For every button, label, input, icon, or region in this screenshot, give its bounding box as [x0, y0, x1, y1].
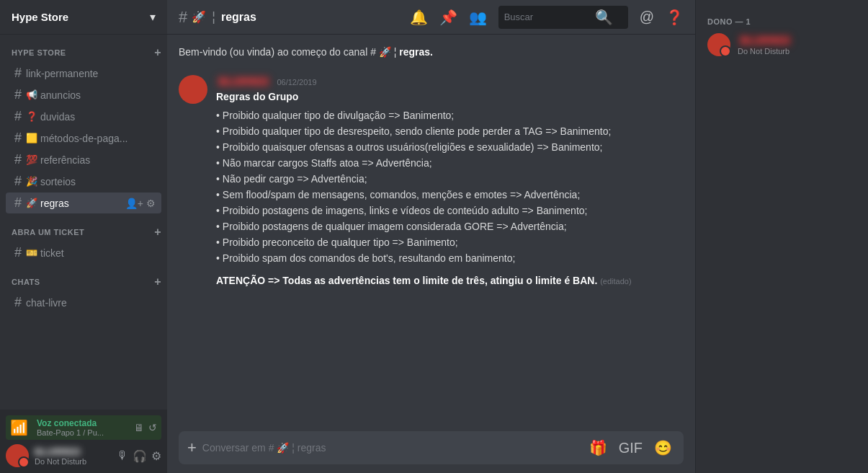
hash-icon: # [14, 87, 22, 102]
member-avatar [707, 33, 730, 56]
user-bar: BLURRED Do Not Disturb 🎙 🎧 ⚙ [6, 444, 161, 467]
category-hype-store[interactable]: HYPE STORE + [0, 35, 167, 62]
sidebar: Hype Store ▾ HYPE STORE + # link-permane… [0, 0, 167, 473]
add-chat-icon[interactable]: + [154, 275, 161, 288]
bell-icon[interactable]: 🔔 [410, 9, 428, 26]
add-ticket-icon[interactable]: + [154, 226, 161, 239]
channel-chat-livre[interactable]: # chat-livre [6, 292, 161, 313]
main-content: # 🚀 ¦ regras 🔔 📌 👥 🔍 @ ❓ Bem-vindo (ou v… [167, 0, 695, 473]
message-author: BLURRED [216, 75, 271, 88]
avatar [6, 444, 29, 467]
category-ticket[interactable]: ABRA UM TICKET + [0, 214, 167, 242]
message-title: Regras do Grupo [216, 91, 684, 102]
message-timestamp: 06/12/2019 [277, 78, 316, 87]
welcome-text: Bem-vindo (ou vinda) ao começo do canal … [179, 46, 433, 58]
screen-share-icon[interactable]: 🖥 [134, 422, 144, 433]
chats-category-label: CHATS [12, 278, 40, 286]
category-label: HYPE STORE [12, 48, 66, 57]
hash-icon: # [179, 8, 187, 27]
chat-input-wrapper: + 🎁 GIF 😊 [179, 431, 684, 464]
channel-header: # 🚀 ¦ regras [179, 8, 401, 27]
username: BLURRED [35, 446, 111, 457]
search-box[interactable]: 🔍 [498, 6, 628, 29]
voice-settings-icon[interactable]: ↺ [148, 422, 157, 433]
chevron-down-icon: ▾ [150, 10, 156, 24]
hash-icon: # [14, 152, 22, 167]
add-channel-icon[interactable]: + [154, 46, 161, 59]
message-item: BLURRED 06/12/2019 Regras do Grupo • Pro… [179, 75, 684, 286]
channel-duvidas[interactable]: # ❓ duvidas [6, 106, 161, 127]
channel-sorteios[interactable]: # 🎉 sorteios [6, 171, 161, 192]
emoji-icon[interactable]: 😊 [651, 432, 675, 464]
channel-regras[interactable]: # 🚀 regras 👤+ ⚙ [6, 193, 161, 213]
message-body: • Proibido qualquer tipo de divulgação =… [216, 108, 684, 266]
settings-icon[interactable]: ⚙ [146, 198, 156, 209]
channel-referencias[interactable]: # 💯 referências [6, 149, 161, 170]
voice-connected-bar: 📶 Voz conectada Bate-Papo 1 / Pu... 🖥 ↺ [6, 415, 161, 440]
ticket-category-label: ABRA UM TICKET [12, 228, 84, 236]
hash-icon: # [14, 131, 22, 146]
hash-icon: # [14, 195, 22, 211]
input-area: + 🎁 GIF 😊 [167, 423, 695, 473]
members-category: DONO — 1 [702, 12, 862, 29]
deafen-icon[interactable]: 🎧 [133, 449, 147, 463]
hash-icon: # [14, 66, 22, 81]
user-status: Do Not Disturb [35, 457, 111, 466]
gif-icon[interactable]: GIF [616, 433, 645, 464]
divider: ¦ [212, 9, 215, 25]
add-member-icon[interactable]: 👤+ [125, 198, 143, 209]
member-name: BLURRED [738, 34, 792, 47]
channel-metodos[interactable]: # 🟨 métodos-de-paga... [6, 128, 161, 149]
message-avatar [179, 75, 207, 104]
channel-ticket[interactable]: # 🎫 ticket [6, 242, 161, 263]
search-icon: 🔍 [595, 9, 613, 26]
topbar: # 🚀 ¦ regras 🔔 📌 👥 🔍 @ ❓ [167, 0, 695, 35]
topbar-icons: 🔔 📌 👥 🔍 @ ❓ [410, 6, 684, 29]
channel-emoji: 🚀 [192, 10, 206, 24]
category-chats[interactable]: CHATS + [0, 264, 167, 291]
search-input[interactable] [504, 12, 591, 22]
channel-link-permanente[interactable]: # link-permanente [6, 63, 161, 84]
help-icon[interactable]: ❓ [666, 9, 684, 26]
server-name: Hype Store [12, 11, 68, 23]
pin-icon[interactable]: 📌 [439, 9, 457, 26]
channel-list: HYPE STORE + # link-permanente # 📢 anunc… [0, 35, 167, 410]
hash-icon: # [14, 295, 22, 310]
message-header: BLURRED 06/12/2019 [216, 75, 684, 88]
at-icon[interactable]: @ [640, 9, 654, 25]
hash-icon: # [14, 109, 22, 124]
hash-icon: # [14, 245, 22, 260]
welcome-message: Bem-vindo (ou vinda) ao começo do canal … [179, 46, 684, 58]
member-item[interactable]: BLURRED Do Not Disturb [702, 29, 862, 61]
chat-input[interactable] [202, 433, 581, 462]
server-header[interactable]: Hype Store ▾ [0, 0, 167, 35]
members-icon[interactable]: 👥 [469, 9, 487, 26]
voice-channel: Bate-Papo 1 / Pu... [37, 428, 128, 437]
channel-name: regras [221, 11, 256, 24]
channel-anuncios[interactable]: # 📢 anuncios [6, 84, 161, 105]
voice-status: Voz conectada [37, 418, 128, 428]
gift-icon[interactable]: 🎁 [586, 432, 610, 464]
messages-area: Bem-vindo (ou vinda) ao começo do canal … [167, 35, 695, 423]
user-settings-icon[interactable]: ⚙ [151, 449, 161, 463]
members-panel: DONO — 1 BLURRED Do Not Disturb [695, 0, 868, 473]
signal-icon: 📶 [10, 419, 28, 436]
mute-icon[interactable]: 🎙 [117, 449, 128, 463]
message-content: BLURRED 06/12/2019 Regras do Grupo • Pro… [216, 75, 684, 286]
edited-label: (editado) [600, 277, 631, 286]
message-attention: ATENÇÃO => Todas as advertências tem o l… [216, 275, 684, 286]
member-status: Do Not Disturb [738, 47, 856, 56]
bottom-bar: 📶 Voz conectada Bate-Papo 1 / Pu... 🖥 ↺ … [0, 410, 167, 473]
hash-icon: # [14, 174, 22, 189]
add-attachment-button[interactable]: + [187, 431, 197, 464]
